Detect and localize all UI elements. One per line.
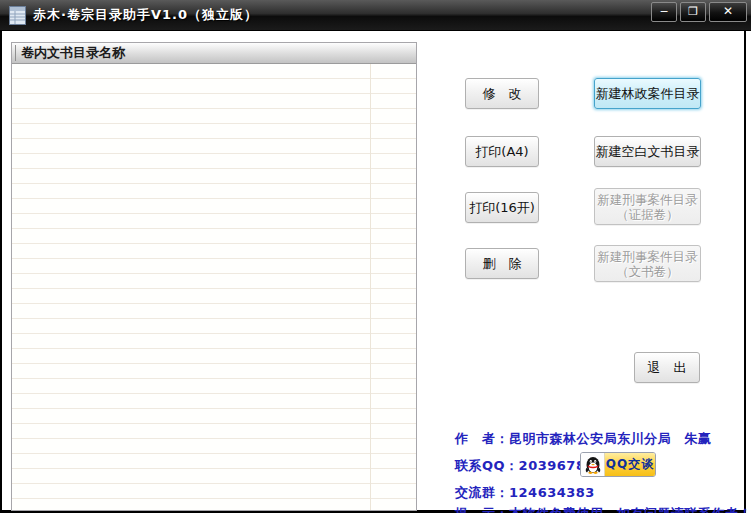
list-row[interactable] — [12, 454, 416, 469]
delete-button[interactable]: 删 除 — [465, 248, 539, 279]
window-title: 赤木·卷宗目录助手V1.0（独立版） — [33, 6, 258, 24]
list-row[interactable] — [12, 259, 416, 274]
list-row[interactable] — [12, 469, 416, 484]
list-row[interactable] — [12, 319, 416, 334]
close-button[interactable]: ✕ — [709, 2, 747, 22]
list-row[interactable] — [12, 334, 416, 349]
button-line2: （文书卷） — [616, 264, 679, 279]
list-column-header[interactable]: 卷内文书目录名称 — [12, 43, 416, 64]
author-line: 作 者：昆明市森林公安局东川分局 朱赢 — [455, 430, 712, 448]
modify-button[interactable]: 修 改 — [465, 78, 539, 109]
list-row[interactable] — [12, 169, 416, 184]
qq-penguin-icon — [581, 453, 605, 476]
new-forestry-case-button[interactable]: 新建林政案件目录 — [594, 78, 701, 109]
list-row[interactable] — [12, 304, 416, 319]
qq-chat-label: QQ交谈 — [605, 453, 655, 476]
list-row[interactable] — [12, 499, 416, 511]
minimize-button[interactable]: ─ — [651, 2, 677, 22]
list-row[interactable] — [12, 109, 416, 124]
list-row[interactable] — [12, 79, 416, 94]
window-border-right — [744, 31, 746, 513]
author-label: 作 者： — [455, 431, 509, 446]
window-controls: ─ ❐ ✕ — [651, 2, 747, 23]
list-row[interactable] — [12, 214, 416, 229]
list-row[interactable] — [12, 64, 416, 79]
clipped-note-line: 提 示：本软件免费使用，如有问题请联系作者！ — [455, 505, 751, 513]
list-row[interactable] — [12, 229, 416, 244]
new-criminal-document-button[interactable]: 新建刑事案件目录 （文书卷） — [594, 245, 701, 282]
button-line1: 新建刑事案件目录 — [598, 192, 698, 207]
contact-qq-line: 联系QQ：20396789 — [455, 457, 595, 475]
app-window: 赤木·卷宗目录助手V1.0（独立版） ─ ❐ ✕ 卷内文书目录名称 修 改 打印… — [0, 0, 751, 513]
list-row[interactable] — [12, 439, 416, 454]
list-rows — [12, 64, 416, 510]
list-row[interactable] — [12, 199, 416, 214]
list-row[interactable] — [12, 409, 416, 424]
list-row[interactable] — [12, 274, 416, 289]
author-value: 昆明市森林公安局东川分局 朱赢 — [509, 431, 712, 446]
list-row[interactable] — [12, 394, 416, 409]
list-row[interactable] — [12, 484, 416, 499]
list-row[interactable] — [12, 244, 416, 259]
button-line2: （证据卷） — [616, 207, 679, 222]
group-line: 交流群：124634383 — [455, 484, 595, 502]
list-row[interactable] — [12, 124, 416, 139]
maximize-button[interactable]: ❐ — [680, 2, 706, 22]
new-criminal-evidence-button[interactable]: 新建刑事案件目录 （证据卷） — [594, 188, 701, 225]
group-label: 交流群： — [455, 485, 509, 500]
group-number: 124634383 — [509, 485, 595, 500]
qq-label: 联系QQ： — [455, 458, 519, 473]
title-bar: 赤木·卷宗目录助手V1.0（独立版） ─ ❐ ✕ — [0, 0, 751, 31]
app-icon — [9, 6, 26, 25]
print-16k-button[interactable]: 打印(16开) — [465, 192, 539, 223]
list-row[interactable] — [12, 424, 416, 439]
list-row[interactable] — [12, 379, 416, 394]
exit-button[interactable]: 退 出 — [634, 352, 700, 383]
window-border-left — [0, 31, 2, 513]
qq-chat-button[interactable]: QQ交谈 — [580, 452, 656, 477]
list-row[interactable] — [12, 349, 416, 364]
list-row[interactable] — [12, 94, 416, 109]
list-column-divider — [370, 64, 371, 510]
print-a4-button[interactable]: 打印(A4) — [465, 136, 539, 167]
button-line1: 新建刑事案件目录 — [598, 249, 698, 264]
list-row[interactable] — [12, 139, 416, 154]
list-row[interactable] — [12, 289, 416, 304]
list-row[interactable] — [12, 364, 416, 379]
new-blank-directory-button[interactable]: 新建空白文书目录 — [594, 136, 701, 167]
directory-list-panel: 卷内文书目录名称 — [11, 42, 417, 511]
list-row[interactable] — [12, 184, 416, 199]
list-row[interactable] — [12, 154, 416, 169]
